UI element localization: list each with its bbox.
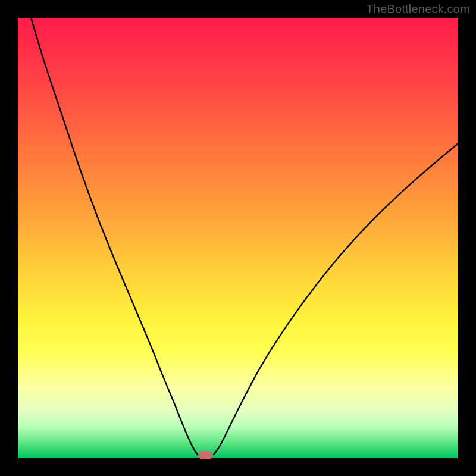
- chart-frame: TheBottleneck.com: [0, 0, 476, 476]
- watermark-text: TheBottleneck.com: [366, 2, 470, 16]
- bottleneck-curve: [18, 18, 458, 458]
- curve-right-branch: [214, 143, 458, 455]
- curve-left-branch: [31, 18, 198, 455]
- plot-area: [18, 18, 458, 458]
- minimum-marker: [198, 451, 212, 459]
